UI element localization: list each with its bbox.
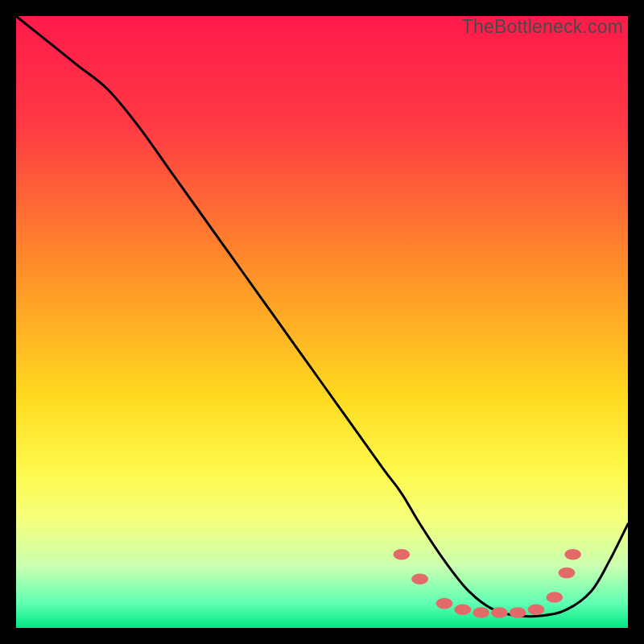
chart-frame: TheBottleneck.com: [0, 0, 644, 644]
highlight-dot: [491, 607, 508, 618]
highlight-dot: [436, 598, 453, 609]
highlight-dot: [559, 568, 576, 579]
highlight-dot: [411, 573, 428, 584]
highlight-dot: [510, 607, 526, 618]
highlight-dot: [473, 607, 489, 618]
highlight-dot: [393, 549, 410, 560]
watermark-text: TheBottleneck.com: [462, 16, 623, 38]
highlight-dot: [528, 604, 545, 615]
chart-plot-area: TheBottleneck.com: [16, 16, 628, 628]
chart-background: [16, 16, 628, 628]
chart-svg: [16, 16, 628, 628]
highlight-dot: [546, 592, 563, 603]
highlight-dot: [564, 549, 581, 560]
highlight-dot: [454, 604, 471, 615]
